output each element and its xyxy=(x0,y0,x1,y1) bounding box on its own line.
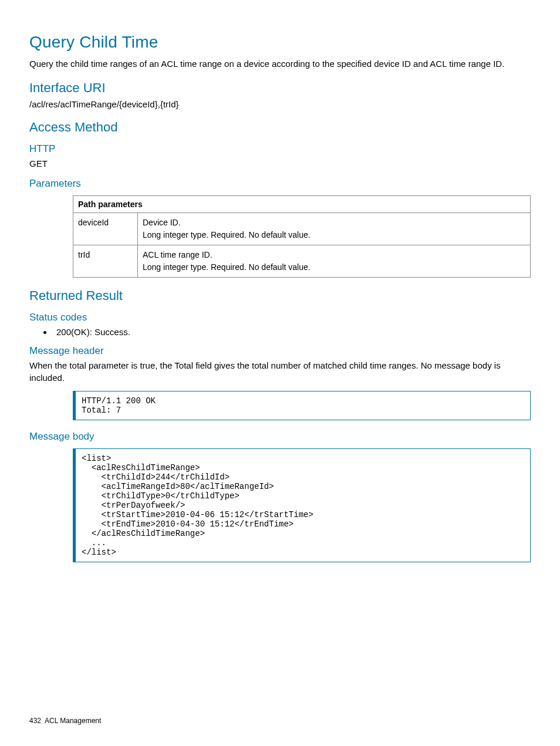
table-row: deviceId Device ID.Long integer type. Re… xyxy=(73,213,531,245)
path-parameters-table: Path parameters deviceId Device ID.Long … xyxy=(73,195,531,278)
message-header-code: HTTP/1.1 200 OK Total: 7 xyxy=(73,391,531,420)
param-name: trId xyxy=(73,245,138,278)
http-method: GET xyxy=(29,157,531,170)
message-header-text: When the total parameter is true, the To… xyxy=(29,359,531,384)
param-desc: Device ID.Long integer type. Required. N… xyxy=(138,213,531,245)
table-header: Path parameters xyxy=(73,196,531,213)
message-header-heading: Message header xyxy=(29,345,531,357)
footer-section: ACL Management xyxy=(45,717,101,725)
table-row: trId ACL time range ID.Long integer type… xyxy=(73,245,531,278)
access-heading: Access Method xyxy=(29,120,531,135)
param-desc: ACL time range ID.Long integer type. Req… xyxy=(138,245,531,278)
page-footer: 432 ACL Management xyxy=(29,717,101,725)
page-title: Query Child Time xyxy=(29,33,531,52)
message-body-code: <list> <aclResChildTimeRange> <trChildId… xyxy=(73,448,531,562)
message-body-heading: Message body xyxy=(29,431,531,443)
parameters-heading: Parameters xyxy=(29,178,531,190)
http-heading: HTTP xyxy=(29,143,531,155)
param-name: deviceId xyxy=(73,213,138,245)
interface-heading: Interface URI xyxy=(29,80,531,96)
status-codes-list: 200(OK): Success. xyxy=(29,327,531,337)
status-codes-heading: Status codes xyxy=(29,312,531,323)
interface-uri: /acl/res/aclTimeRange/{deviceId},{trId} xyxy=(29,99,531,109)
list-item: 200(OK): Success. xyxy=(53,327,531,337)
returned-heading: Returned Result xyxy=(29,288,531,303)
page-number: 432 xyxy=(29,717,41,725)
intro-text: Query the child time ranges of an ACL ti… xyxy=(29,58,531,70)
